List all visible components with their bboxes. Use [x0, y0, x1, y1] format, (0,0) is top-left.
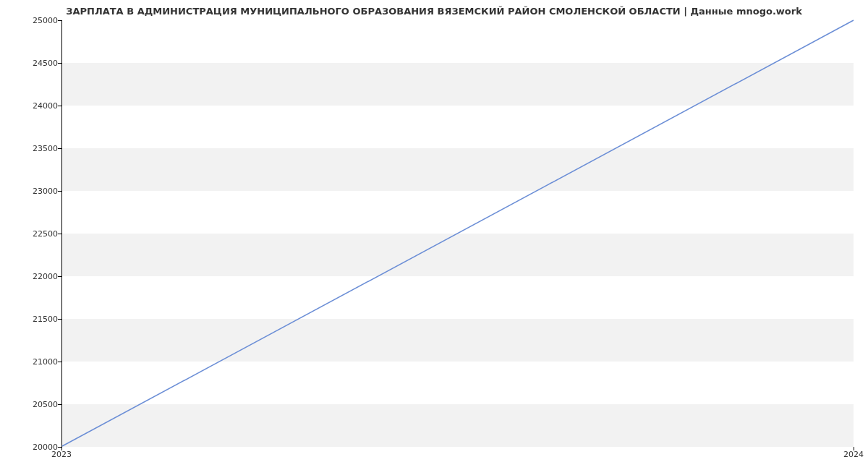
y-tick-mark	[58, 234, 61, 234]
y-tick-mark	[58, 106, 61, 106]
y-tick-label: 20000	[7, 443, 58, 452]
y-tick-label: 21500	[7, 315, 58, 324]
plot-area	[61, 20, 854, 447]
y-tick-label: 22500	[7, 229, 58, 239]
y-tick-label: 21000	[7, 357, 58, 367]
y-tick-label: 24500	[7, 59, 58, 68]
y-tick-mark	[58, 404, 61, 405]
y-tick-label: 25000	[7, 16, 58, 25]
series-line	[62, 20, 854, 446]
y-tick-label: 23500	[7, 144, 58, 153]
y-tick-mark	[58, 148, 61, 149]
y-tick-mark	[58, 362, 61, 362]
x-tick-label: 2023	[51, 450, 72, 459]
y-tick-mark	[58, 191, 61, 192]
x-tick-mark	[61, 447, 62, 450]
y-tick-mark	[58, 20, 61, 21]
y-tick-label: 24000	[7, 101, 58, 111]
y-tick-label: 23000	[7, 187, 58, 196]
y-tick-mark	[58, 276, 61, 277]
y-tick-label: 22000	[7, 272, 58, 281]
y-tick-label: 20500	[7, 400, 58, 409]
chart-line-svg	[62, 20, 854, 446]
y-tick-mark	[58, 63, 61, 64]
x-tick-mark	[854, 447, 854, 450]
chart-title: ЗАРПЛАТА В АДМИНИСТРАЦИЯ МУНИЦИПАЛЬНОГО …	[0, 6, 868, 17]
chart-container: ЗАРПЛАТА В АДМИНИСТРАЦИЯ МУНИЦИПАЛЬНОГО …	[0, 0, 868, 470]
y-tick-mark	[58, 319, 61, 320]
x-tick-label: 2024	[843, 450, 864, 459]
